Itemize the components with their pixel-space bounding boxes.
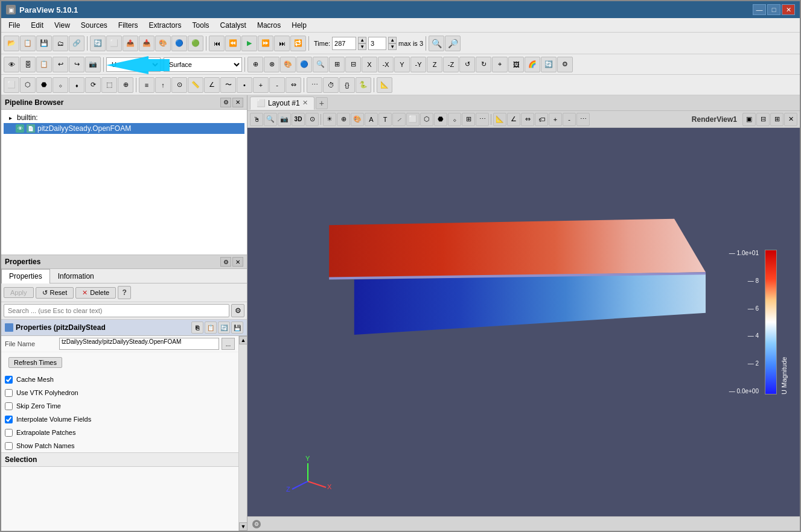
rot-cw-button[interactable]: ↻ bbox=[476, 57, 491, 72]
close-button[interactable]: ✕ bbox=[782, 4, 795, 15]
rt-more-button[interactable]: ⋯ bbox=[476, 113, 489, 126]
open-button[interactable]: 📂 bbox=[4, 36, 19, 51]
save-state-button[interactable]: 🗂 bbox=[53, 36, 68, 51]
x-axis-button[interactable]: X bbox=[362, 57, 377, 72]
menu-filters[interactable]: Filters bbox=[113, 20, 143, 31]
last-frame-button[interactable]: ⏭ bbox=[274, 36, 290, 51]
ruler2-button[interactable]: 📐 bbox=[377, 77, 392, 93]
tab-properties[interactable]: Properties bbox=[1, 269, 50, 283]
macro2-button[interactable]: 🟢 bbox=[188, 36, 203, 51]
section-save-button[interactable]: 💾 bbox=[231, 321, 243, 334]
delete-button[interactable]: ✕ Delete bbox=[75, 287, 116, 299]
orient-button[interactable]: ⊗ bbox=[264, 57, 279, 72]
show-patch-checkbox[interactable] bbox=[5, 442, 13, 450]
select-rect-button[interactable]: ⬜ bbox=[4, 77, 19, 93]
select-lasso-button[interactable]: ⟳ bbox=[85, 77, 101, 93]
y-axis-button[interactable]: Y bbox=[394, 57, 410, 72]
spline-button[interactable]: 〜 bbox=[220, 77, 236, 93]
rt-line-button[interactable]: ⟋ bbox=[392, 113, 406, 126]
use-vtk-checkbox[interactable] bbox=[5, 389, 13, 397]
pipeline-close-button[interactable]: ✕ bbox=[232, 98, 243, 107]
layout-split-v-button[interactable]: ⊞ bbox=[770, 113, 783, 126]
filter-button[interactable]: 📥 bbox=[139, 36, 155, 51]
prev-frame-button[interactable]: ⏪ bbox=[225, 36, 241, 51]
menu-view[interactable]: View bbox=[49, 20, 75, 31]
select-3d-button[interactable]: ⬣ bbox=[36, 77, 52, 93]
rt-3d-button[interactable]: 3D bbox=[292, 113, 305, 126]
tab-information[interactable]: Information bbox=[50, 269, 102, 283]
status-settings-icon[interactable]: ⚙ bbox=[252, 520, 261, 528]
render-button[interactable]: 🎨 bbox=[155, 36, 171, 51]
play-button[interactable]: ▶ bbox=[241, 36, 257, 51]
representation-select[interactable]: Surface bbox=[164, 57, 242, 72]
neg-y-button[interactable]: -Y bbox=[410, 57, 426, 72]
interpolate-checkbox[interactable] bbox=[5, 416, 13, 423]
menu-help[interactable]: Help bbox=[287, 20, 311, 31]
rt-light-button[interactable]: ☀ bbox=[323, 113, 336, 126]
properties-toggle-button[interactable]: 📋 bbox=[36, 57, 52, 72]
rt-frust-button[interactable]: ⊞ bbox=[462, 113, 475, 126]
maximize-button[interactable]: □ bbox=[767, 4, 780, 15]
props-scrollbar[interactable]: ▲ ▼ bbox=[238, 336, 247, 531]
colormap-button[interactable]: 🌈 bbox=[525, 57, 540, 72]
time-step-spin-down[interactable]: ▼ bbox=[388, 43, 397, 50]
menu-file[interactable]: File bbox=[4, 20, 25, 31]
time-spin-up[interactable]: ▲ bbox=[358, 37, 366, 43]
refresh-button[interactable]: 🔄 bbox=[541, 57, 557, 72]
loop-button[interactable]: 🔁 bbox=[290, 36, 306, 51]
layout-single-button[interactable]: ▣ bbox=[742, 113, 756, 126]
select-poly-button[interactable]: ⬡ bbox=[20, 77, 36, 93]
zoom-reset-button[interactable]: 🔍 bbox=[313, 57, 328, 72]
cache-mesh-checkbox[interactable] bbox=[5, 376, 13, 384]
rt-del-button[interactable]: - bbox=[563, 113, 576, 126]
section-paste-button[interactable]: 📋 bbox=[205, 321, 217, 334]
reload-button[interactable]: 🔄 bbox=[90, 36, 106, 51]
menu-extractors[interactable]: Extractors bbox=[144, 20, 187, 31]
minimize-button[interactable]: — bbox=[753, 4, 766, 15]
pick-button[interactable]: ↑ bbox=[155, 77, 171, 93]
help-button[interactable]: ? bbox=[118, 286, 131, 299]
add-landmark-button[interactable]: + bbox=[253, 77, 269, 93]
rt-camera-button[interactable]: 📷 bbox=[278, 113, 291, 126]
rt-pick-button[interactable]: ⊙ bbox=[305, 113, 319, 126]
time-step-spin-up[interactable]: ▲ bbox=[388, 37, 397, 43]
section-refresh-button[interactable]: 🔄 bbox=[218, 321, 230, 334]
select-block-button[interactable]: ⬚ bbox=[101, 77, 117, 93]
probe-button[interactable]: ⊙ bbox=[171, 77, 187, 93]
refresh-times-button[interactable]: Refresh Times bbox=[8, 357, 62, 368]
reset-view-button[interactable]: ⊟ bbox=[345, 57, 361, 72]
extrapolate-checkbox[interactable] bbox=[5, 429, 13, 437]
rt-zoom-button[interactable]: 🔍 bbox=[264, 113, 277, 126]
save-button[interactable]: 💾 bbox=[36, 36, 52, 51]
next-frame-button[interactable]: ⏩ bbox=[258, 36, 273, 51]
toggle-button1[interactable]: 🔵 bbox=[296, 57, 312, 72]
add-layout-button[interactable]: + bbox=[316, 97, 328, 109]
pipeline-settings-button[interactable]: ⚙ bbox=[220, 98, 231, 107]
viewport[interactable]: — 1.0e+01 — 8 — 6 — 4 — 2 — 0.0e+00 U Ma… bbox=[247, 128, 800, 516]
menu-sources[interactable]: Sources bbox=[76, 20, 112, 31]
camera-button[interactable]: 📷 bbox=[85, 57, 101, 72]
section-copy-button[interactable]: ⎘ bbox=[191, 321, 203, 334]
rt-sfilter-button[interactable]: ⬡ bbox=[420, 113, 433, 126]
rt-ruler-button[interactable]: 📐 bbox=[493, 113, 506, 126]
axes-button[interactable]: ⊕ bbox=[247, 57, 263, 72]
tree-builtin[interactable]: ▸ builtin: bbox=[4, 112, 244, 123]
ruler-button[interactable]: 📏 bbox=[188, 77, 203, 93]
variable-select[interactable]: U bbox=[106, 57, 161, 72]
time-spin-down[interactable]: ▼ bbox=[358, 43, 366, 50]
first-frame-button[interactable]: ⏮ bbox=[209, 36, 225, 51]
rt-thru-button[interactable]: ⬦ bbox=[448, 113, 461, 126]
timer-button[interactable]: ⏱ bbox=[323, 77, 339, 93]
protractor-button[interactable]: ∠ bbox=[204, 77, 220, 93]
props-settings-button[interactable]: ⚙ bbox=[220, 257, 231, 267]
query-select-button[interactable]: ≡ bbox=[139, 77, 155, 93]
rt-interact-button[interactable]: 🖱 bbox=[250, 113, 263, 126]
rt-add-button[interactable]: + bbox=[549, 113, 562, 126]
rt-more2-button[interactable]: ⋯ bbox=[576, 113, 590, 126]
config-button[interactable]: ⚙ bbox=[557, 57, 573, 72]
open-recent-button[interactable]: 📋 bbox=[20, 36, 36, 51]
source-button[interactable]: 📤 bbox=[123, 36, 138, 51]
rt-orient-button[interactable]: ⊕ bbox=[337, 113, 350, 126]
props-close-button[interactable]: ✕ bbox=[232, 257, 243, 267]
neg-z-button[interactable]: -Z bbox=[443, 57, 459, 72]
